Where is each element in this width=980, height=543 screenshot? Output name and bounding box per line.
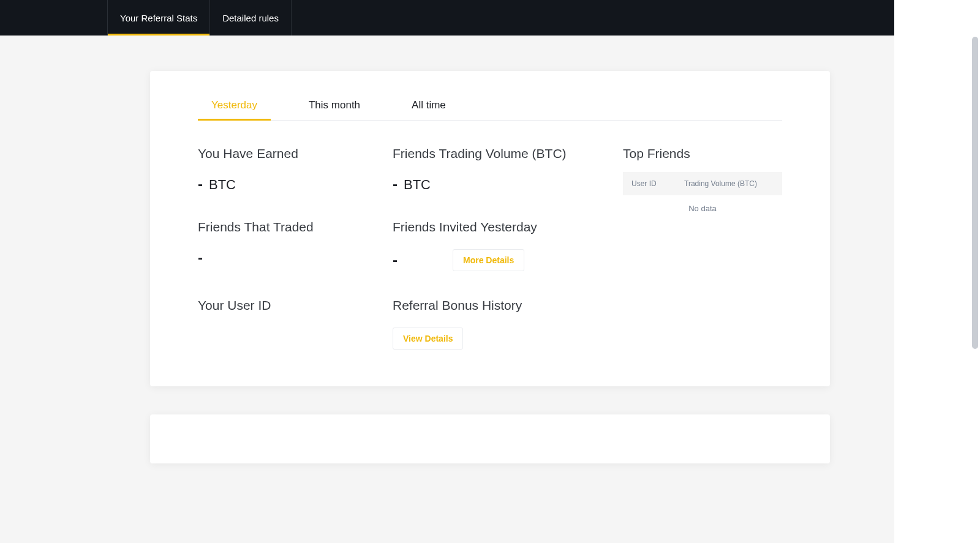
stat-friends-traded-label: Friends That Traded bbox=[198, 220, 382, 234]
stat-friends-invited-value: - bbox=[393, 252, 398, 269]
top-friends-col-userid: User ID bbox=[631, 179, 684, 188]
stat-user-id-label: Your User ID bbox=[198, 298, 382, 313]
top-friends-col-volume: Trading Volume (BTC) bbox=[684, 179, 774, 188]
stat-volume-label: Friends Trading Volume (BTC) bbox=[393, 146, 598, 161]
page-body: Yesterday This month All time You Have E… bbox=[0, 36, 980, 463]
top-friends-empty: No data bbox=[623, 195, 782, 222]
referral-stats-card: Yesterday This month All time You Have E… bbox=[150, 71, 830, 386]
stat-bonus-history: Referral Bonus History View Details bbox=[393, 298, 598, 350]
secondary-card bbox=[150, 414, 830, 463]
page-right-margin bbox=[894, 0, 980, 543]
stat-friends-invited-row: - More Details bbox=[393, 249, 598, 271]
stats-area: You Have Earned - BTC Friends Trading Vo… bbox=[198, 146, 782, 350]
stat-earned: You Have Earned - BTC bbox=[198, 146, 382, 193]
top-friends-panel: Top Friends User ID Trading Volume (BTC)… bbox=[623, 146, 782, 350]
stat-earned-label: You Have Earned bbox=[198, 146, 382, 161]
stats-grid: You Have Earned - BTC Friends Trading Vo… bbox=[198, 146, 598, 350]
top-nav: Your Referral Stats Detailed rules bbox=[0, 0, 980, 36]
nav-tab-detailed-rules[interactable]: Detailed rules bbox=[209, 0, 292, 36]
stat-friends-traded-value: - bbox=[198, 249, 203, 266]
stat-user-id: Your User ID bbox=[198, 298, 382, 328]
stat-volume: Friends Trading Volume (BTC) - BTC bbox=[393, 146, 598, 193]
stat-earned-currency: BTC bbox=[209, 177, 236, 193]
period-tab-yesterday[interactable]: Yesterday bbox=[198, 94, 271, 120]
stat-volume-value-row: - BTC bbox=[393, 176, 598, 193]
stat-friends-invited: Friends Invited Yesterday - More Details bbox=[393, 220, 598, 271]
stat-earned-value: - bbox=[198, 176, 203, 193]
nav-tab-referral-stats[interactable]: Your Referral Stats bbox=[107, 0, 209, 36]
view-details-button[interactable]: View Details bbox=[393, 328, 463, 350]
stat-earned-value-row: - BTC bbox=[198, 176, 382, 193]
top-friends-table-head: User ID Trading Volume (BTC) bbox=[623, 172, 782, 195]
stat-friends-invited-label: Friends Invited Yesterday bbox=[393, 220, 598, 234]
stat-volume-value: - bbox=[393, 176, 398, 193]
period-tabs: Yesterday This month All time bbox=[198, 94, 782, 121]
period-tab-this-month[interactable]: This month bbox=[295, 94, 374, 120]
top-friends-table: User ID Trading Volume (BTC) No data bbox=[623, 172, 782, 222]
stat-bonus-history-label: Referral Bonus History bbox=[393, 298, 598, 313]
stat-friends-traded: Friends That Traded - bbox=[198, 220, 382, 266]
period-tab-all-time[interactable]: All time bbox=[398, 94, 459, 120]
top-friends-title: Top Friends bbox=[623, 146, 782, 161]
more-details-button[interactable]: More Details bbox=[453, 249, 524, 271]
stat-friends-traded-value-row: - bbox=[198, 249, 382, 266]
vertical-scrollbar[interactable] bbox=[972, 37, 978, 349]
stat-volume-currency: BTC bbox=[404, 177, 431, 193]
